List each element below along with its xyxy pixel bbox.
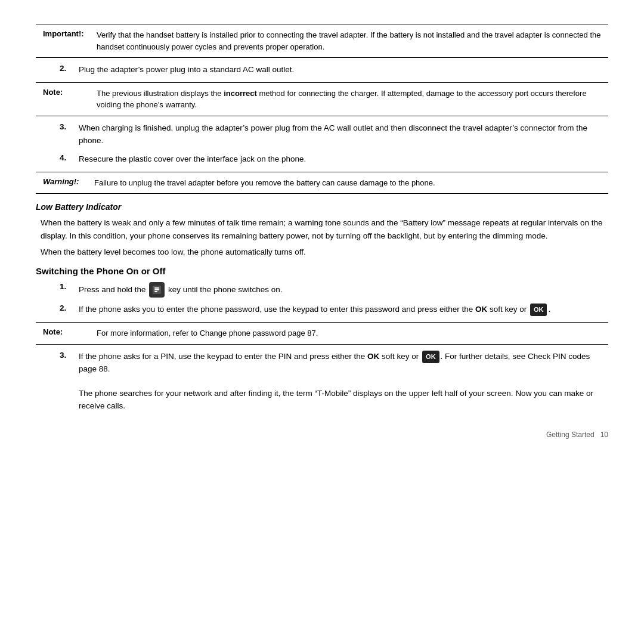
step-2-num: 2.: [60, 64, 69, 76]
switch-step-2-end: .: [548, 305, 550, 314]
para2: When the battery level becomes too low, …: [41, 246, 608, 259]
switch-step-1-after: key until the phone switches on.: [168, 285, 282, 294]
step-2-text: Plug the adapter’s power plug into a sta…: [79, 64, 608, 76]
step-3b-para3: The phone searches for your network and …: [79, 389, 593, 410]
step-3b-ok-bold: OK: [367, 352, 379, 361]
note2-label: Note:: [43, 327, 91, 336]
switch-step-2-content: If the phone asks you to enter the phone…: [79, 304, 608, 316]
switch-step-1-num: 1.: [60, 282, 69, 298]
step-4-text: Resecure the plastic cover over the inte…: [79, 153, 608, 166]
step-3b-content: If the phone asks for a PIN, use the key…: [79, 351, 608, 413]
switch-step-1: 1. Press and hold the key until the phon…: [60, 282, 608, 298]
incorrect-note-box: Note: The previous illustration displays…: [36, 82, 608, 116]
step-4-num: 4.: [60, 153, 69, 166]
switch-step-2: 2. If the phone asks you to enter the ph…: [60, 304, 608, 316]
warning-note-text: Failure to unplug the travel adapter bef…: [94, 177, 601, 189]
ok-button-2[interactable]: OK: [422, 351, 439, 363]
switch-heading: Switching the Phone On or Off: [36, 266, 608, 276]
ok-button-1[interactable]: OK: [530, 304, 547, 316]
note2-text: For more information, refer to Change ph…: [97, 327, 601, 339]
incorrect-note-text: The previous illustration displays the i…: [97, 88, 601, 111]
para1: When the battery is weak and only a few …: [41, 216, 608, 242]
section-heading: Low Battery Indicator: [36, 202, 608, 212]
step-3b-mid: soft key or: [379, 352, 421, 361]
step-3-num: 3.: [60, 122, 69, 147]
footer-text: Getting Started: [546, 431, 595, 439]
footer-page: 10: [600, 431, 608, 439]
important-note-text: Verify that the handset battery is insta…: [97, 29, 601, 52]
incorrect-note-before: The previous illustration displays the: [97, 89, 224, 98]
switch-step-2-ok-bold: OK: [475, 305, 487, 314]
switch-step-1-content: Press and hold the key until the phone s…: [79, 282, 608, 298]
step-3-text: When charging is finished, unplug the ad…: [79, 122, 608, 147]
step-3: 3. When charging is finished, unplug the…: [60, 122, 608, 147]
important-label: Important!:: [43, 29, 91, 38]
footer: Getting Started 10: [36, 431, 608, 439]
warning-label: Warning!:: [43, 177, 91, 186]
switch-step-1-before: Press and hold the: [79, 285, 148, 294]
warning-note-box: Warning!: Failure to unplug the travel a…: [36, 172, 608, 194]
power-key-icon: [149, 282, 165, 298]
switch-step-2-mid: soft key or: [487, 305, 529, 314]
step-2: 2. Plug the adapter’s power plug into a …: [60, 64, 608, 76]
svg-rect-1: [154, 287, 159, 289]
switch-step-2-before: If the phone asks you to enter the phone…: [79, 305, 475, 314]
step-3b: 3. If the phone asks for a PIN, use the …: [60, 351, 608, 413]
step-3b-before: If the phone asks for a PIN, use the key…: [79, 352, 367, 361]
svg-rect-3: [154, 291, 157, 292]
note-label-incorrect: Note:: [43, 88, 91, 97]
svg-rect-2: [154, 289, 159, 290]
switch-step-2-num: 2.: [60, 304, 69, 316]
step-4: 4. Resecure the plastic cover over the i…: [60, 153, 608, 166]
note2-box: Note: For more information, refer to Cha…: [36, 322, 608, 345]
step-3b-num: 3.: [60, 351, 69, 413]
important-note-box: Important!: Verify that the handset batt…: [36, 24, 608, 58]
incorrect-note-bold: incorrect: [224, 89, 257, 98]
